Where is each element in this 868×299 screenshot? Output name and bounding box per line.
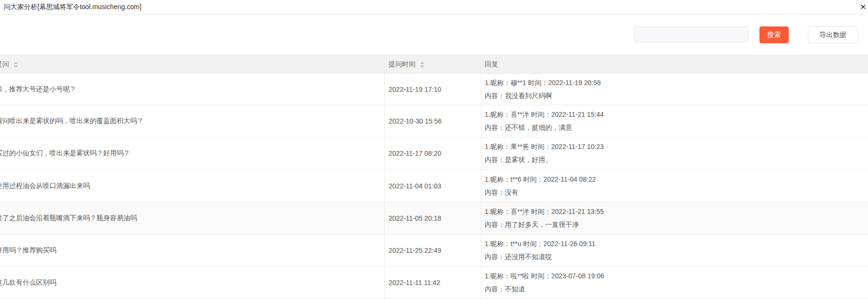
qa-analysis-window: 问大家分析[幕思城将军令tool.musicheng.com] × 搜索 导出数… (0, 0, 868, 299)
question-cell: 好用吗？推荐购买吗 (0, 235, 385, 266)
search-input[interactable] (634, 26, 748, 42)
question-time-cell: 2022-11-25 22:49 (385, 235, 481, 266)
reply-content: 内容：用了好多天，一直很干净 (485, 218, 579, 231)
table-row: 好用吗？推荐购买吗 2022-11-25 22:49 1.昵称：t**u 时间：… (0, 235, 868, 267)
question-time-cell: 2022-11-11 11:42 (385, 267, 481, 299)
reply-content: 内容：没有 (485, 186, 518, 199)
reply-meta: 1.昵称：喜**洋 时间：2022-11-21 13:55 (485, 205, 604, 218)
table-row: 喷了之后油会沿着瓶嘴滴下来吗？瓶身容易油吗 2022-11-05 20:18 1… (0, 202, 868, 235)
table-header-row: 提问 提问时间 回复 (0, 55, 868, 74)
reply-meta: 1.昵称：喜**洋 时间：2022-11-21 15:44 (485, 108, 604, 121)
reply-cell: 1.昵称：穆**1 时间：2022-11-19 20:58 内容：我没看到尺码啊 (481, 74, 868, 105)
column-header-reply: 回复 (481, 55, 868, 74)
column-header-label: 提问 (0, 60, 9, 69)
question-cell: 亲，推荐大号还是小号呢？ (0, 74, 385, 105)
close-icon[interactable]: × (858, 1, 868, 12)
sort-caret-icon[interactable] (420, 62, 425, 68)
question-time-cell: 2022-11-04 01:03 (385, 170, 481, 202)
search-button[interactable]: 搜索 (759, 26, 789, 43)
reply-content: 内容：不知道 (485, 283, 525, 296)
question-cell: 请问喷出来是雾状的吗，喷出来的覆盖面积大吗？ (0, 105, 385, 137)
export-data-button[interactable]: 导出数据 (808, 26, 858, 43)
reply-meta: 1.昵称：t**u 时间：2022-11-26 09:11 (485, 237, 596, 250)
table-row: 使用过程油会从喷口滴漏出来吗 2022-11-04 01:03 1.昵称：t**… (0, 170, 868, 202)
reply-cell: 1.昵称：t**6 时间：2022-11-04 08:22 内容：没有 (481, 170, 868, 202)
column-header-question-time[interactable]: 提问时间 (385, 55, 481, 74)
reply-content: 内容：还没用不知道哎 (485, 250, 552, 263)
reply-cell: 1.昵称：啦**啦 时间：2023-07-08 19:06 内容：不知道 (481, 267, 868, 299)
table-row: 请问喷出来是雾状的吗，喷出来的覆盖面积大吗？ 2022-10-30 15:56 … (0, 105, 868, 137)
page-title: 问大家分析[幕思城将军令tool.musicheng.com] (4, 3, 141, 12)
table-row: 这几款有什么区别吗 2022-11-11 11:42 1.昵称：啦**啦 时间：… (0, 267, 868, 299)
table-row: 买过的小仙女们，喷出来是雾状吗？好用吗？ 2022-11-17 08:20 1.… (0, 137, 868, 170)
table-row: 亲，推荐大号还是小号呢？ 2022-11-19 17:10 1.昵称：穆**1 … (0, 74, 868, 105)
sort-caret-icon[interactable] (13, 62, 18, 68)
reply-meta: 1.昵称：穆**1 时间：2022-11-19 20:58 (485, 76, 601, 89)
reply-cell: 1.昵称：t**u 时间：2022-11-26 09:11 内容：还没用不知道哎 (481, 235, 868, 266)
question-time-cell: 2022-10-30 15:56 (385, 105, 481, 137)
column-header-label: 回复 (485, 60, 498, 69)
question-cell: 这几款有什么区别吗 (0, 267, 385, 299)
question-time-cell: 2022-11-05 20:18 (385, 202, 481, 234)
question-cell: 使用过程油会从喷口滴漏出来吗 (0, 170, 385, 202)
reply-cell: 1.昵称：果**爸 时间：2022-11-17 10:23 内容：是雾状，好用。 (481, 137, 868, 169)
column-header-label: 提问时间 (389, 60, 416, 69)
reply-content: 内容：是雾状，好用。 (485, 153, 552, 166)
titlebar: 问大家分析[幕思城将军令tool.musicheng.com] × (0, 0, 868, 14)
reply-meta: 1.昵称：果**爸 时间：2022-11-17 10:23 (485, 140, 604, 153)
qa-table: 提问 提问时间 回复 亲，推荐大号还是小号呢？ 2022-11-19 17:10… (0, 55, 868, 299)
reply-cell: 1.昵称：喜**洋 时间：2022-11-21 13:55 内容：用了好多天，一… (481, 202, 868, 234)
question-time-cell: 2022-11-17 08:20 (385, 137, 481, 169)
reply-meta: 1.昵称：t**6 时间：2022-11-04 08:22 (485, 173, 596, 186)
reply-cell: 1.昵称：喜**洋 时间：2022-11-21 15:44 内容：还不错，挺细的… (481, 105, 868, 137)
question-time-cell: 2022-11-19 17:10 (385, 74, 481, 105)
reply-content: 内容：还不错，挺细的，满意 (485, 121, 572, 134)
reply-meta: 1.昵称：啦**啦 时间：2023-07-08 19:06 (485, 270, 604, 283)
question-cell: 买过的小仙女们，喷出来是雾状吗？好用吗？ (0, 137, 385, 169)
reply-content: 内容：我没看到尺码啊 (485, 89, 552, 102)
question-cell: 喷了之后油会沿着瓶嘴滴下来吗？瓶身容易油吗 (0, 202, 385, 234)
column-header-question[interactable]: 提问 (0, 55, 385, 74)
